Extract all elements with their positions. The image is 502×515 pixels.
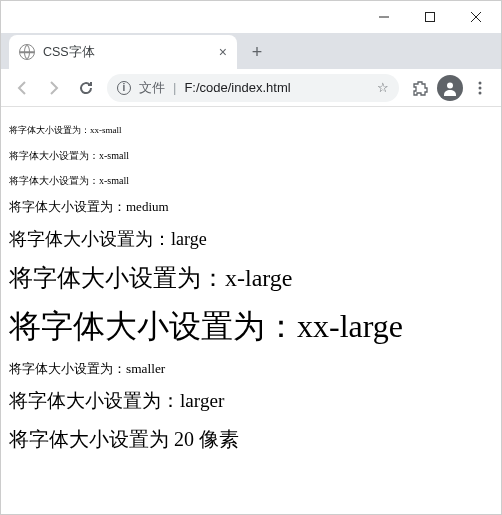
window-titlebar	[1, 1, 501, 33]
text-x-large: 将字体大小设置为：x-large	[9, 263, 493, 294]
page-content: 将字体大小设置为：xx-small 将字体大小设置为：x-small 将字体大小…	[1, 107, 501, 470]
text-xx-small: 将字体大小设置为：xx-small	[9, 125, 493, 137]
back-button[interactable]	[7, 73, 37, 103]
browser-tab[interactable]: CSS字体 ×	[9, 35, 237, 69]
new-tab-button[interactable]: +	[243, 38, 271, 66]
text-medium: 将字体大小设置为：medium	[9, 199, 493, 216]
text-larger: 将字体大小设置为：larger	[9, 389, 493, 414]
text-small: 将字体大小设置为：x-small	[9, 174, 493, 187]
menu-button[interactable]	[465, 73, 495, 103]
profile-avatar[interactable]	[437, 75, 463, 101]
extensions-button[interactable]	[405, 73, 435, 103]
forward-button[interactable]	[39, 73, 69, 103]
url-scheme-label: 文件	[139, 79, 165, 97]
text-20px: 将字体大小设置为 20 像素	[9, 426, 493, 452]
svg-point-5	[479, 81, 482, 84]
address-bar[interactable]: i 文件 | F:/code/index.html ☆	[107, 74, 399, 102]
text-smaller: 将字体大小设置为：smaller	[9, 360, 493, 377]
text-xx-large: 将字体大小设置为：xx-large	[9, 306, 493, 348]
tab-title: CSS字体	[43, 44, 211, 61]
window-close-button[interactable]	[453, 2, 499, 32]
reload-button[interactable]	[71, 73, 101, 103]
svg-point-7	[479, 91, 482, 94]
browser-toolbar: i 文件 | F:/code/index.html ☆	[1, 69, 501, 107]
text-x-small: 将字体大小设置为：x-small	[9, 149, 493, 162]
window-maximize-button[interactable]	[407, 2, 453, 32]
svg-point-6	[479, 86, 482, 89]
bookmark-star-icon[interactable]: ☆	[377, 80, 389, 95]
url-text: F:/code/index.html	[184, 80, 369, 95]
svg-rect-1	[426, 13, 435, 22]
svg-point-4	[447, 82, 453, 88]
tab-strip: CSS字体 × +	[1, 33, 501, 69]
tab-close-icon[interactable]: ×	[219, 44, 227, 60]
globe-icon	[19, 44, 35, 60]
info-icon[interactable]: i	[117, 81, 131, 95]
text-large: 将字体大小设置为：large	[9, 228, 493, 251]
window-minimize-button[interactable]	[361, 2, 407, 32]
url-separator: |	[173, 80, 176, 95]
